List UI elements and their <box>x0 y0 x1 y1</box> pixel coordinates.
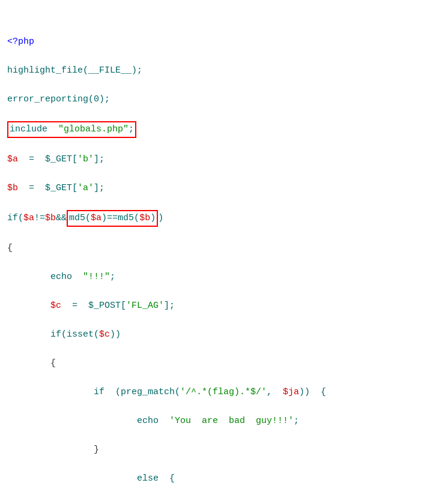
include-highlight: include "globals.php"; <box>7 121 136 138</box>
code-line-11: if(isset($c)) <box>7 328 441 342</box>
include-file: "globals.php" <box>58 124 129 134</box>
code-line-5: $a = $_GET['b']; <box>7 152 441 167</box>
php-open-tag: <?php <box>7 37 34 47</box>
md5-a-close: )==md5( <box>101 213 139 223</box>
code-line-1: <?php <box>7 35 441 49</box>
close-brace-3: } <box>7 445 99 455</box>
code-line-2: highlight_file(__FILE__); <box>7 64 441 78</box>
md5-highlight: md5($a)==md5($b) <box>67 210 158 227</box>
echo-exclaim-semi: ; <box>110 272 115 282</box>
get-b: $_GET[ <box>45 154 77 164</box>
code-line-13: if (preg_match('/^.*(flag).*$/', $ja)) { <box>7 385 441 400</box>
code-line-16: else { <box>7 472 441 483</box>
get-a-key: 'a' <box>77 183 94 193</box>
code-line-12: { <box>7 356 441 371</box>
md5-a: md5( <box>69 213 91 223</box>
code-line-4: include "globals.php"; <box>7 121 441 138</box>
get-a: $_GET[ <box>45 183 77 193</box>
c-assign-eq: = <box>61 301 88 311</box>
code-line-10: $c = $_POST['FL_AG']; <box>7 299 441 313</box>
error-reporting-call: error_reporting(0); <box>7 94 110 104</box>
preg-close: )) { <box>299 387 326 397</box>
code-line-9: echo "!!!"; <box>7 270 441 284</box>
isset-c-var: $c <box>99 329 110 340</box>
if-amp: && <box>56 213 67 223</box>
code-line-15: } <box>7 443 441 457</box>
echo-bad-guy-str: 'You are bad guy!!!' <box>169 416 294 426</box>
md5-b-close: ) <box>150 213 156 223</box>
c-assign-space <box>7 301 50 311</box>
echo-bad-guy: echo <box>7 416 169 426</box>
get-b-close: ]; <box>94 154 104 164</box>
if-isset-close: )) <box>110 329 121 340</box>
var-c: $c <box>50 301 61 311</box>
echo-exclaim: echo <box>7 272 83 282</box>
if-neq: != <box>34 213 45 223</box>
get-b-key: 'b' <box>77 154 94 164</box>
if-isset: if(isset( <box>7 329 99 340</box>
eq1: = <box>18 154 45 164</box>
code-line-7: if($a!=$b&&md5($a)==md5($b)) <box>7 210 441 227</box>
var-a: $a <box>7 154 18 164</box>
preg-comma: , <box>267 387 283 397</box>
echo-bad-guy-semi: ; <box>294 416 299 426</box>
md5-a-var: $a <box>91 213 101 223</box>
preg-ja-var: $ja <box>283 387 299 397</box>
if-preg: if (preg_match( <box>7 387 180 397</box>
preg-pattern: '/^.*(flag).*$/' <box>180 387 267 397</box>
include-keyword: include <box>10 124 58 134</box>
if-close: ) <box>158 213 163 223</box>
md5-b-var: $b <box>139 213 150 223</box>
post-flag-close: ]; <box>164 301 175 311</box>
code-line-3: error_reporting(0); <box>7 92 441 107</box>
if-keyword: if( <box>7 213 23 223</box>
post-flag: $_POST[ <box>88 301 126 311</box>
include-semicolon: ; <box>129 124 134 134</box>
highlight-file-call: highlight_file(__FILE__); <box>7 65 142 76</box>
eq2: = <box>18 183 45 193</box>
get-a-close: ]; <box>94 183 104 193</box>
if-var-a: $a <box>23 213 34 223</box>
var-b: $b <box>7 183 18 193</box>
else-keyword: else { <box>7 473 175 483</box>
open-brace-1: { <box>7 243 13 253</box>
open-brace-2: { <box>7 358 56 368</box>
if-var-b: $b <box>45 213 56 223</box>
code-block: <?php highlight_file(__FILE__); error_re… <box>7 6 441 483</box>
echo-exclaim-str: "!!!" <box>83 272 110 282</box>
code-line-6: $b = $_GET['a']; <box>7 181 441 196</box>
code-line-8: { <box>7 241 441 256</box>
post-flag-key: 'FL_AG' <box>126 301 164 311</box>
code-line-14: echo 'You are bad guy!!!'; <box>7 414 441 428</box>
